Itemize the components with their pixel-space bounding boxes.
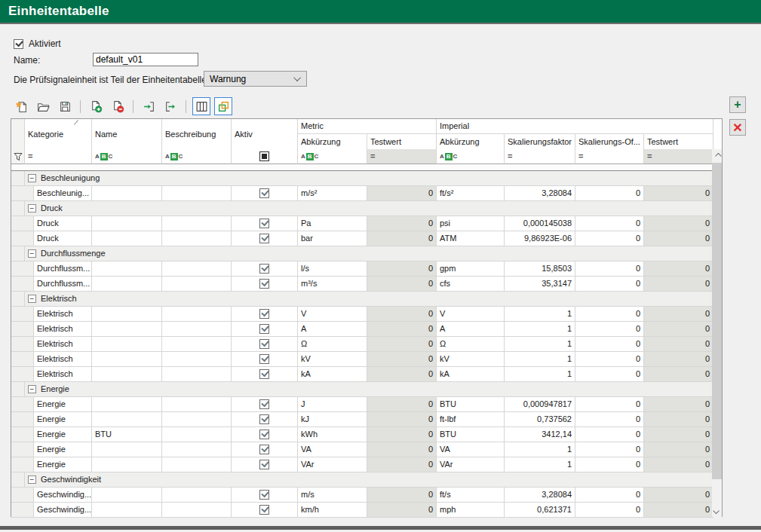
cell-name[interactable] <box>92 261 162 277</box>
cell-imperial-testwert[interactable]: 0 <box>644 412 713 427</box>
cell-metric-abkuerzung[interactable]: kV <box>298 352 367 367</box>
cell-aktiv[interactable] <box>232 457 298 472</box>
cell-skalierungsfaktor[interactable]: 1 <box>505 367 575 382</box>
aktiv-checkbox[interactable] <box>259 234 269 243</box>
cell-skalierungsfaktor[interactable]: 0,000947817 <box>505 397 575 412</box>
add-table-button[interactable]: + <box>729 96 746 113</box>
cell-skalierungsfaktor[interactable]: 3,28084 <box>505 186 575 201</box>
cell-beschreibung[interactable] <box>162 261 232 277</box>
cell-metric-abkuerzung[interactable]: m/s <box>298 488 367 503</box>
cell-metric-testwert[interactable]: 0 <box>367 322 437 337</box>
cell-beschreibung[interactable] <box>162 186 232 201</box>
filter-metric-testwert[interactable]: = <box>367 149 437 164</box>
aktiv-checkbox[interactable] <box>259 354 269 364</box>
cell-imperial-abkuerzung[interactable]: ATM <box>437 231 505 246</box>
cell-beschreibung[interactable] <box>162 488 232 503</box>
cell-aktiv[interactable] <box>232 427 298 442</box>
cell-metric-abkuerzung[interactable]: V <box>298 307 367 322</box>
cell-metric-testwert[interactable]: 0 <box>367 442 437 457</box>
cell-imperial-testwert[interactable]: 0 <box>644 427 713 442</box>
cell-imperial-abkuerzung[interactable]: A <box>437 322 505 337</box>
cell-aktiv[interactable] <box>232 231 298 246</box>
cell-beschreibung[interactable] <box>162 307 232 322</box>
cell-skalierungsfaktor[interactable]: 1 <box>505 442 575 457</box>
cell-aktiv[interactable] <box>232 322 298 337</box>
cell-imperial-testwert[interactable]: 0 <box>644 352 713 367</box>
cell-aktiv[interactable] <box>232 488 298 503</box>
cell-aktiv[interactable] <box>232 397 298 412</box>
column-header-metric-testwert[interactable]: Testwert <box>367 134 437 149</box>
column-header-aktiv[interactable]: Aktiv <box>232 119 298 149</box>
aktiv-checkbox[interactable] <box>259 339 269 349</box>
cell-beschreibung[interactable] <box>162 457 232 472</box>
cell-skalierungsfaktor[interactable]: 0,000145038 <box>505 216 575 231</box>
cell-aktiv[interactable] <box>232 261 298 277</box>
cell-aktiv[interactable] <box>232 503 298 518</box>
cell-kategorie[interactable]: Druck <box>34 216 92 231</box>
aktiv-checkbox[interactable] <box>259 414 269 424</box>
cell-metric-testwert[interactable]: 0 <box>367 367 437 382</box>
cell-aktiv[interactable] <box>232 352 298 367</box>
filter-imperial-abkuerzung[interactable]: ABC <box>437 149 505 164</box>
cell-aktiv[interactable] <box>232 367 298 382</box>
cell-imperial-abkuerzung[interactable]: BTU <box>437 427 505 442</box>
cell-metric-abkuerzung[interactable]: Ω <box>298 337 367 352</box>
cell-skalierungs-offset[interactable]: 0 <box>575 277 644 292</box>
cell-metric-abkuerzung[interactable]: m³/s <box>298 277 367 292</box>
cell-skalierungs-offset[interactable]: 0 <box>575 412 644 427</box>
cell-metric-testwert[interactable]: 0 <box>367 216 437 231</box>
cell-imperial-abkuerzung[interactable]: VA <box>437 442 505 457</box>
aktiv-checkbox[interactable] <box>259 505 269 515</box>
cell-metric-abkuerzung[interactable]: kA <box>298 367 367 382</box>
cell-aktiv[interactable] <box>232 412 298 427</box>
cell-metric-abkuerzung[interactable]: l/s <box>298 261 367 277</box>
cell-skalierungsfaktor[interactable]: 15,8503 <box>505 261 575 277</box>
cell-aktiv[interactable] <box>232 186 298 201</box>
scrollbar-thumb[interactable] <box>712 163 722 479</box>
cell-kategorie[interactable]: Energie <box>34 412 92 427</box>
cell-name[interactable] <box>92 442 162 457</box>
cell-skalierungsfaktor[interactable]: 1 <box>505 322 575 337</box>
cell-name[interactable] <box>92 231 162 246</box>
cell-skalierungsfaktor[interactable]: 1 <box>505 337 575 352</box>
cell-imperial-testwert[interactable]: 0 <box>644 457 713 472</box>
column-header-beschreibung[interactable]: Beschreibung <box>162 119 232 149</box>
aktiviert-checkbox[interactable] <box>14 39 23 49</box>
cell-beschreibung[interactable] <box>162 442 232 457</box>
aktiv-checkbox[interactable] <box>259 430 269 439</box>
cell-imperial-testwert[interactable]: 0 <box>644 307 713 322</box>
export-icon[interactable] <box>161 97 180 115</box>
scroll-up-icon[interactable] <box>712 149 722 162</box>
delete-row-icon[interactable] <box>109 97 127 115</box>
cell-aktiv[interactable] <box>232 337 298 352</box>
column-header-imperial-testwert[interactable]: Testwert <box>644 134 713 149</box>
cell-skalierungsfaktor[interactable]: 0,737562 <box>505 412 575 427</box>
cell-aktiv[interactable] <box>232 216 298 231</box>
cell-skalierungs-offset[interactable]: 0 <box>575 457 644 472</box>
cell-metric-abkuerzung[interactable]: kWh <box>298 427 367 442</box>
cell-skalierungsfaktor[interactable]: 35,3147 <box>505 277 575 292</box>
column-view-icon[interactable] <box>192 97 210 115</box>
group-header-cell[interactable]: −Druck <box>25 201 713 216</box>
collapse-icon[interactable]: − <box>28 385 36 393</box>
cell-kategorie[interactable]: Elektrisch <box>34 352 92 367</box>
cell-skalierungsfaktor[interactable]: 9,86923E-06 <box>505 231 575 246</box>
cell-metric-abkuerzung[interactable]: m/s² <box>298 186 367 201</box>
column-header-imperial-abkuerzung[interactable]: Abkürzung <box>437 134 505 149</box>
cell-imperial-abkuerzung[interactable]: VAr <box>437 457 505 472</box>
column-header-kategorie[interactable]: Kategorie <box>25 119 92 149</box>
cell-imperial-testwert[interactable]: 0 <box>644 442 713 457</box>
cell-imperial-abkuerzung[interactable]: ft/s <box>437 488 505 503</box>
cell-skalierungsfaktor[interactable]: 3412,14 <box>505 427 575 442</box>
cell-metric-testwert[interactable]: 0 <box>367 261 437 277</box>
cell-imperial-abkuerzung[interactable]: ft/s² <box>437 186 505 201</box>
cell-metric-abkuerzung[interactable]: bar <box>298 231 367 246</box>
cell-metric-testwert[interactable]: 0 <box>367 231 437 246</box>
layout-view-icon[interactable] <box>214 97 232 115</box>
cell-skalierungs-offset[interactable]: 0 <box>575 352 644 367</box>
cell-metric-abkuerzung[interactable]: VA <box>298 442 367 457</box>
cell-skalierungs-offset[interactable]: 0 <box>575 216 644 231</box>
cell-imperial-testwert[interactable]: 0 <box>644 503 713 518</box>
cell-metric-testwert[interactable]: 0 <box>367 427 437 442</box>
group-header-cell[interactable]: −Durchflussmenge <box>25 246 713 261</box>
